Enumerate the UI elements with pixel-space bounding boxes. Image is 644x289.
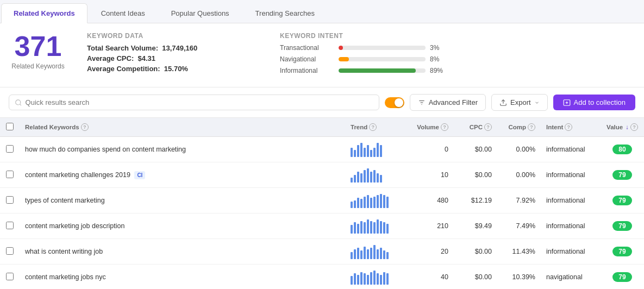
trend-chart-0 <box>351 142 405 157</box>
export-button[interactable]: Export <box>491 94 548 111</box>
trend-bar <box>360 199 362 208</box>
trend-bar <box>380 194 382 208</box>
trend-bar <box>373 271 376 285</box>
keyword-text-4[interactable]: what is content writing job <box>25 248 103 255</box>
col-header-value: Value ↓ ? <box>601 118 644 137</box>
col-cpc-label: CPC <box>470 124 483 130</box>
cpc-label: Average CPC: <box>87 54 134 62</box>
trend-bar <box>373 148 376 157</box>
cpc-4: $0.00 <box>454 239 497 265</box>
intent-info-icon[interactable]: ? <box>565 123 572 131</box>
add-collection-button[interactable]: Add to collection <box>553 95 635 110</box>
cpc-info-icon[interactable]: ? <box>484 123 492 131</box>
row-checkbox-3[interactable] <box>6 222 14 229</box>
tab-content-ideas[interactable]: Content Ideas <box>89 3 158 23</box>
comp-info-icon[interactable]: ? <box>528 123 535 131</box>
value-info-icon[interactable]: ? <box>630 123 638 131</box>
intent-transactional-label: Transactional <box>280 44 334 52</box>
keyword-text-5[interactable]: content marketing jobs nyc <box>25 273 106 281</box>
trend-bar <box>380 275 382 285</box>
stats-area: 371 Related Keywords Keyword Data Total … <box>0 23 644 87</box>
comp-5: 10.39% <box>497 265 541 290</box>
toggle-switch[interactable] <box>385 97 404 108</box>
intent-4: informational <box>541 239 601 265</box>
trend-bar <box>370 221 372 234</box>
cpc-1: $0.00 <box>454 162 497 188</box>
row-checkbox-1[interactable] <box>6 171 14 178</box>
row-checkbox-5[interactable] <box>6 273 14 280</box>
trend-bar <box>377 143 379 157</box>
trend-info-icon[interactable]: ? <box>369 123 377 131</box>
comp-3: 7.49% <box>497 213 541 239</box>
ci-tag-1[interactable]: CI <box>134 171 145 179</box>
trend-bar <box>386 224 389 234</box>
trend-bar <box>354 175 356 183</box>
comp-2: 7.92% <box>497 188 541 213</box>
keyword-text-3[interactable]: content marketing job description <box>25 222 124 230</box>
search-wrap[interactable] <box>9 95 379 110</box>
trend-bar <box>354 200 356 208</box>
trend-bar <box>367 219 369 234</box>
row-checkbox-0[interactable] <box>6 145 14 153</box>
svg-point-0 <box>16 99 21 104</box>
tab-popular-questions[interactable]: Popular Questions <box>159 3 242 23</box>
intent-0: informational <box>541 137 601 162</box>
tab-trending-searches[interactable]: Trending Searches <box>243 3 327 23</box>
table-row: content marketing job description210$9.4… <box>0 213 644 239</box>
avg-cpc-row: Average CPC: $4.31 <box>87 54 264 62</box>
intent-navigational-bar-wrap <box>339 57 426 61</box>
export-label: Export <box>510 98 531 106</box>
trend-bar <box>367 195 369 208</box>
tab-related-keywords[interactable]: Related Keywords <box>1 3 87 23</box>
advanced-filter-button[interactable]: Advanced Filter <box>410 94 486 111</box>
trend-bar <box>373 222 376 234</box>
volume-info-icon[interactable]: ? <box>441 123 448 131</box>
trend-bar <box>377 195 379 208</box>
keyword-info-icon[interactable]: ? <box>81 123 89 131</box>
trend-bar <box>383 195 385 208</box>
trend-bar <box>360 173 362 183</box>
comp-4: 11.43% <box>497 239 541 265</box>
value-5: 79 <box>601 265 644 290</box>
trend-bar <box>364 148 366 157</box>
comp-0: 0.00% <box>497 137 541 162</box>
table-row: content marketing jobs nyc40$0.0010.39%n… <box>0 265 644 290</box>
intent-navigational-bar <box>339 57 349 61</box>
keyword-intent-block: Keyword Intent Transactional 3% Navigati… <box>280 32 633 78</box>
intent-3: informational <box>541 213 601 239</box>
search-input[interactable] <box>26 98 373 106</box>
volume-3: 210 <box>410 213 454 239</box>
keyword-count-label: Related Keywords <box>11 62 65 70</box>
adv-filter-label: Advanced Filter <box>429 98 478 106</box>
trend-chart-3 <box>351 218 405 234</box>
row-checkbox-2[interactable] <box>6 196 14 204</box>
col-header-intent: Intent ? <box>541 118 601 137</box>
volume-5: 40 <box>410 265 454 290</box>
keyword-text-1[interactable]: content marketing challenges 2019 <box>25 171 130 179</box>
search-icon <box>15 99 22 106</box>
value-sort-icon[interactable]: ↓ <box>626 124 629 130</box>
intent-transactional-bar <box>339 46 343 50</box>
trend-bar <box>364 197 366 208</box>
keyword-text-2[interactable]: types of content marketing <box>25 197 105 204</box>
export-icon <box>499 99 507 106</box>
trend-bar <box>377 249 379 259</box>
keyword-intent-heading: Keyword Intent <box>280 32 633 40</box>
select-all-checkbox[interactable] <box>6 123 14 130</box>
intent-1: informational <box>541 162 601 188</box>
trend-bar <box>351 148 353 157</box>
table-row: types of content marketing480$12.197.92%… <box>0 188 644 213</box>
trend-bar <box>383 222 385 234</box>
tsv-value: 13,749,160 <box>162 44 197 52</box>
svg-line-1 <box>20 104 21 105</box>
intent-navigational-row: Navigational 8% <box>280 55 633 63</box>
toggle-wrap <box>385 97 404 108</box>
intent-2: informational <box>541 188 601 213</box>
trend-bar <box>377 219 379 234</box>
row-checkbox-4[interactable] <box>6 247 14 255</box>
value-1: 79 <box>601 162 644 188</box>
keyword-text-0[interactable]: how much do companies spend on content m… <box>25 146 186 153</box>
trend-bar <box>377 273 379 285</box>
value-badge-4: 79 <box>612 247 632 256</box>
table-row: content marketing challenges 2019 CI10$0… <box>0 162 644 188</box>
